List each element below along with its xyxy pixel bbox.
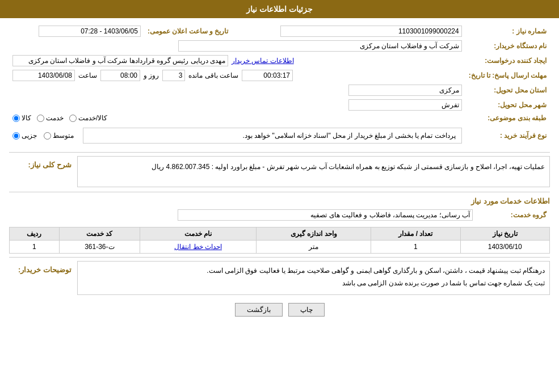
roz-label: روز و (144, 71, 159, 79)
nam-dastgah-cell: شرکت آب و فاضلاب استان مرکزی (9, 39, 465, 53)
radio-kala-khadamat[interactable] (69, 115, 77, 122)
shahr-tahvil-label: شهر محل تحویل: (465, 98, 550, 112)
shomara-niaz-label: شماره نیاز : (465, 24, 550, 39)
divider-2 (9, 192, 550, 192)
sharch-value: عملیات تهیه، اجرا، اصلاح و بازسازی قسمتی… (77, 156, 550, 187)
nam-dastgah-value: شرکت آب و فاضلاب استان مرکزی (178, 40, 462, 52)
col-kod: کد خدمت (59, 227, 140, 241)
bottom-buttons: چاپ بازگشت (9, 303, 550, 317)
radio-kala-khadamat-item: کالا/خدمت (69, 114, 107, 122)
cell-vahed: متر (257, 241, 371, 254)
ostan-tahvil-cell: مرکزی (9, 83, 465, 98)
page-title: جزئیات اطلاعات نیاز (246, 5, 313, 14)
tosih-label: توضیحات خریدار: (9, 265, 72, 274)
radio-jozi[interactable] (12, 132, 20, 140)
radio-khadamat-item: خدمت (37, 114, 64, 122)
btn-chap[interactable]: چاپ (288, 303, 325, 317)
radio-kala[interactable] (12, 115, 20, 122)
radio-jozi-label: جزیی (22, 132, 37, 140)
ijad-konande-value: مهدی دریایی رئیس گروه قراردادها شرکت آب … (12, 55, 228, 66)
tabaqe-label: طبقه بندی موضوعی: (465, 112, 550, 124)
main-info-table: شماره نیاز : 1103001099000224 تاریخ و سا… (9, 24, 550, 147)
btn-bazgasht[interactable]: بازگشت (235, 303, 283, 317)
nowfarayand-label: نوع فرآیند خرید : (465, 124, 550, 147)
divider-1 (9, 152, 550, 153)
tarikh-ersal-label: تاریخ و ساعت اعلان عمومی: (144, 24, 232, 39)
col-radif: ردیف (10, 227, 60, 241)
tabaqe-cell: کالا/خدمت خدمت کالا (9, 112, 465, 124)
shahr-tahvil-cell: تفرش (9, 98, 465, 112)
ostan-tahvil-value: مرکزی (348, 85, 462, 96)
date-value: 1403/06/08 (12, 70, 75, 81)
grooh-khadamat-value: آب رسانی؛ مدیریت پسماند، فاضلاب و فعالیت… (178, 209, 473, 221)
mohlat-ersal-cell: 00:03:17 ساعت باقی مانده 3 روز و 08:00 س… (9, 68, 465, 83)
roz-value: 3 (162, 70, 185, 81)
saat-label: ساعت (78, 71, 97, 79)
sharch-label: شرح کلی نیاز: (9, 161, 72, 169)
radio-jozi-item: جزیی (12, 132, 37, 140)
grooh-khadamat-cell: آب رسانی؛ مدیریت پسماند، فاضلاب و فعالیت… (9, 208, 476, 222)
mande-label: ساعت باقی مانده (188, 71, 238, 79)
ostan-tahvil-label: استان محل تحویل: (465, 83, 550, 98)
nowfarayand-cell: پرداخت تمام یا بخشی از مبلغ خریدار از مح… (9, 124, 465, 147)
etela-khadamat-title: اطلاعات خدمات مورد نیاز (9, 197, 550, 205)
radio-kala-label: کالا (22, 114, 31, 122)
radio-motavasset-label: متوسط (53, 132, 74, 140)
ijad-konande-label: ایجاد کننده درخواست: (465, 53, 550, 68)
sharch-section: عملیات تهیه، اجرا، اصلاح و بازسازی قسمتی… (9, 156, 550, 187)
tosih-section: درهنگام ثبت پیشنهاد قیمت ، داشتن، اسکن و… (9, 261, 550, 295)
shomara-niaz-value: 1103001099000224 (280, 26, 462, 37)
service-name-link[interactable]: احداث خط انتقال (174, 243, 222, 251)
page-header: جزئیات اطلاعات نیاز (0, 0, 559, 18)
mande-value: 00:03:17 (242, 70, 293, 81)
saat-value: 08:00 (100, 70, 140, 81)
grooh-khadamat-label: گروه خدمت: (476, 208, 550, 222)
khadamat-info-table: گروه خدمت: آب رسانی؛ مدیریت پسماند، فاضل… (9, 208, 550, 222)
col-tarikh: تاریخ نیاز (460, 227, 549, 241)
cell-kod: ت-36-361 (59, 241, 140, 254)
mohlat-ersal-label: مهلت ارسال پاسخ: تا تاریخ: (465, 68, 550, 83)
tarikh-ersal-cell: 1403/06/05 - 07:28 (9, 24, 144, 39)
shahr-tahvil-value: تفرش (348, 99, 462, 111)
ijad-konande-cell: اطلاعات تماس خریدار مهدی دریایی رئیس گرو… (9, 53, 465, 68)
cell-tarikh: 1403/06/10 (460, 241, 549, 254)
notice-box: پرداخت تمام یا بخشی از مبلغ خریدار از مح… (83, 128, 462, 144)
tarikh-ersal-value: 1403/06/05 - 07:28 (39, 26, 141, 37)
nam-dastgah-label: نام دستگاه خریدار: (465, 39, 550, 53)
col-tedad: تعداد / مقدار (371, 227, 460, 241)
cell-tedad: 1 (371, 241, 460, 254)
radio-kala-item: کالا (12, 114, 31, 122)
radio-khadamat-label: خدمت (46, 114, 64, 122)
tosih-value: درهنگام ثبت پیشنهاد قیمت ، داشتن، اسکن و… (77, 261, 550, 295)
radio-khadamat[interactable] (37, 115, 44, 122)
table-row: 1403/06/101متراحداث خط انتقالت-36-3611 (10, 241, 550, 254)
radio-motavasset[interactable] (44, 132, 51, 140)
shomara-niaz-cell: 1103001099000224 (232, 24, 465, 39)
col-nam: نام خدمت (140, 227, 257, 241)
col-vahed: واحد اندازه گیری (257, 227, 371, 241)
etela-tamas-link[interactable]: اطلاعات تماس خریدار (232, 57, 294, 65)
cell-radif: 1 (10, 241, 60, 254)
radio-kala-khadamat-label: کالا/خدمت (78, 114, 107, 122)
radio-motavasset-item: متوسط (44, 132, 74, 140)
services-table: تاریخ نیاز تعداد / مقدار واحد اندازه گیر… (9, 227, 550, 254)
divider-3 (9, 257, 550, 258)
cell-nam: احداث خط انتقال (140, 241, 257, 254)
